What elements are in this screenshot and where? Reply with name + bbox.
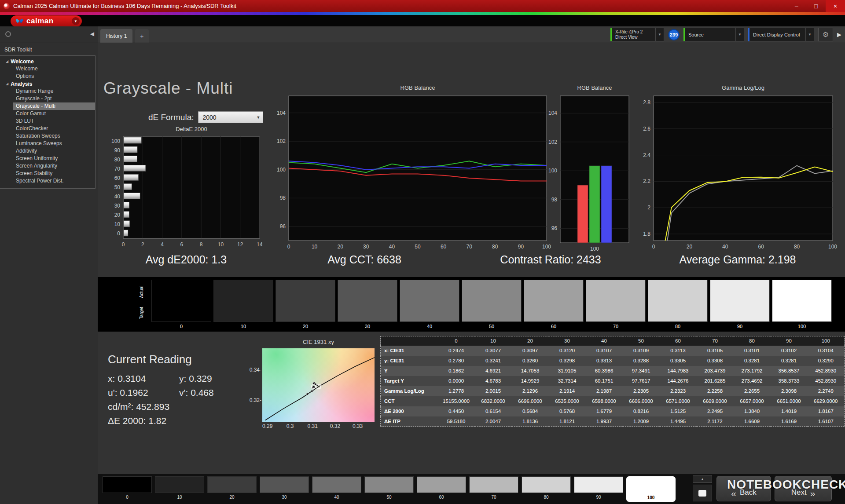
expand-triangle-icon: ◢ (6, 82, 8, 86)
meter-mode: Direct View (615, 35, 643, 40)
stat-avg-de2000: Avg dE2000: 1.3 (98, 253, 283, 266)
table-cell: 1.2009 (623, 416, 660, 427)
cie-body: 0.34-0.32- (243, 348, 380, 422)
table-cell: 1.4019 (771, 406, 808, 416)
meter-dropdown[interactable]: X-Rite i1Pro 2 Direct View ▼ (610, 28, 664, 41)
sidebar-item-colorchecker[interactable]: ColorChecker (0, 125, 95, 132)
gray-swatch-70: 70 (586, 280, 646, 329)
patch-button-80[interactable]: 80 (522, 476, 571, 500)
tab-bar: ◀ History 1 + X-Rite i1Pro 2 Direct View… (0, 26, 845, 43)
patch-button-30[interactable]: 30 (260, 476, 309, 500)
de-formula-select[interactable]: 2000 ▼ (198, 111, 263, 123)
gray-swatch-40: 40 (400, 280, 459, 329)
svg-text:102: 102 (548, 139, 557, 145)
swatch-color-box (213, 280, 273, 322)
table-cell: 0.3281 (734, 356, 771, 366)
patch-level-label: 60 (439, 495, 444, 500)
rgb-balance-line-chart: RGB Balance96981001021040102030405060708… (269, 84, 551, 259)
close-button[interactable]: × (826, 0, 845, 12)
display-control-dropdown[interactable]: Direct Display Control ▼ (748, 28, 814, 41)
svg-text:40: 40 (722, 244, 728, 250)
sidebar-section-welcome[interactable]: ◢Welcome (0, 58, 95, 65)
sidebar-item-screen-angularity[interactable]: Screen Angularity (0, 162, 95, 170)
gray-swatch-80: 80 (648, 280, 708, 329)
sidebar-item-options[interactable]: Options (0, 73, 95, 80)
table-cell: 0.3077 (475, 346, 512, 356)
table-cell: 273.1792 (734, 366, 771, 376)
maximize-button[interactable]: □ (806, 0, 826, 12)
patch-size-up-button[interactable]: ▲ (693, 475, 712, 483)
sidebar-item-screen-uniformity[interactable]: Screen Uniformity (0, 155, 95, 162)
table-cell: 203.4739 (697, 366, 734, 376)
app-icon (4, 3, 10, 9)
table-cell: 2.0047 (475, 416, 512, 427)
svg-text:10: 10 (114, 221, 121, 227)
sidebar-item-saturation-sweeps[interactable]: Saturation Sweeps (0, 132, 95, 140)
sidebar-item-3d-lut[interactable]: 3D LUT (0, 117, 95, 125)
patch-level-label: 20 (229, 495, 234, 500)
patch-button-70[interactable]: 70 (469, 476, 518, 500)
pin-icon[interactable] (5, 31, 11, 37)
table-cell: 2.0015 (475, 386, 512, 396)
patch-button-10[interactable]: 10 (155, 476, 204, 500)
sidebar-item-grayscale-2pt[interactable]: Grayscale - 2pt (0, 95, 95, 102)
patch-button-20[interactable]: 20 (207, 476, 257, 500)
reading-lines: x: 0.3104y: 0.329u': 0.1962v': 0.468cd/m… (108, 373, 214, 430)
table-cell: 6606.0000 (623, 396, 660, 406)
sidebar-item-grayscale-multi[interactable]: Grayscale - Multi (13, 102, 95, 110)
table-cell: 6609.0000 (697, 396, 734, 406)
tab-history-1[interactable]: History 1 (100, 29, 132, 43)
sidebar-item-welcome[interactable]: Welcome (0, 65, 95, 73)
row-label: y: CIE31 (381, 356, 438, 366)
table-row-e-itp: ΔE ITP59.51802.00471.81361.81211.99371.2… (381, 416, 845, 427)
brand-menu-caret-icon[interactable]: ▼ (72, 17, 80, 25)
patch-button-0[interactable]: 0 (103, 476, 152, 500)
table-cell: 1.2778 (438, 386, 475, 396)
main-content: Grayscale - Multi dE Formula: 2000 ▼ Del… (98, 43, 845, 504)
source-dropdown[interactable]: Source ▼ (683, 28, 744, 41)
svg-text:60: 60 (441, 244, 447, 250)
table-cell: 452.8930 (808, 376, 845, 386)
svg-text:40: 40 (114, 194, 121, 200)
row-label: Target Y (381, 376, 438, 386)
gray-swatch-30: 30 (338, 280, 397, 329)
patch-button-50[interactable]: 50 (364, 476, 414, 500)
sidebar-item-additivity[interactable]: Additivity (0, 147, 95, 155)
row-label: CCT (381, 396, 438, 406)
patch-button-60[interactable]: 60 (417, 476, 466, 500)
sidebar: SDR Toolkit ◢WelcomeWelcomeOptions◢Analy… (0, 43, 98, 504)
table-cell: 144.2676 (660, 376, 697, 386)
sidebar-collapse-button[interactable]: ◀ (90, 31, 94, 37)
table-cell: 0.3260 (512, 356, 549, 366)
table-cell: 2.1987 (586, 386, 623, 396)
table-cell: 0.6154 (475, 406, 512, 416)
patch-level-label: 0 (126, 495, 129, 500)
table-cell: 0.4450 (438, 406, 475, 416)
swatch-color-box (338, 280, 397, 322)
sidebar-item-luminance-sweeps[interactable]: Luminance Sweeps (0, 140, 95, 147)
meter-count-badge[interactable]: 239 (668, 29, 680, 40)
table-cell: 0.3109 (623, 346, 660, 356)
add-tab-button[interactable]: + (135, 29, 148, 43)
table-cell: 2.1296 (512, 386, 549, 396)
sidebar-item-screen-stability[interactable]: Screen Stability (0, 170, 95, 177)
settings-gear-button[interactable]: ⚙ (818, 28, 833, 41)
patch-button-90[interactable]: 90 (574, 476, 623, 500)
forward-arrow-icon[interactable]: ▶ (837, 31, 841, 38)
svg-text:RGB Balance: RGB Balance (400, 84, 435, 91)
sidebar-section-analysis[interactable]: ◢Analysis (0, 80, 95, 88)
target-row-label: Target (139, 307, 144, 319)
sidebar-item-color-gamut[interactable]: Color Gamut (0, 110, 95, 117)
table-cell: 6832.0000 (475, 396, 512, 406)
patch-button-100[interactable]: 100 (626, 476, 676, 502)
calman-logo-button[interactable]: calman ▼ (11, 15, 82, 27)
svg-text:0: 0 (652, 244, 655, 250)
sidebar-item-dynamic-range[interactable]: Dynamic Range (0, 88, 95, 95)
svg-text:70: 70 (467, 244, 473, 250)
row-label: x: CIE31 (381, 346, 438, 356)
sidebar-item-spectral-power-dist[interactable]: Spectral Power Dist. (0, 177, 95, 185)
minimize-button[interactable]: – (787, 0, 806, 12)
table-cell: 97.7617 (623, 376, 660, 386)
patch-window-button[interactable] (693, 485, 712, 501)
patch-button-40[interactable]: 40 (312, 476, 361, 500)
